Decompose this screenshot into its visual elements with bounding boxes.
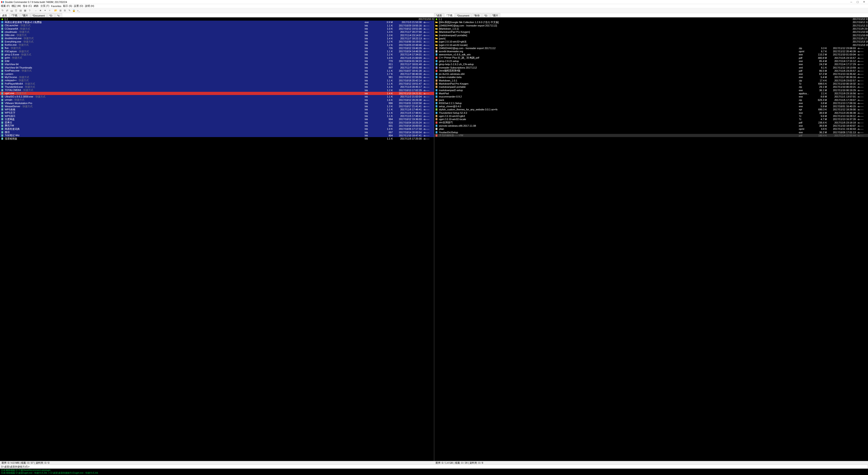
file-row[interactable]: Thunderbird Setup 52.4.0exe38.6 M2017/11… bbox=[434, 111, 868, 115]
file-row[interactable]: [..]2017/11/10 22:13:24d------ bbox=[0, 18, 434, 21]
file-row[interactable]: [uget-2.0.10-win32+gtk3]2017/11/13 16:38… bbox=[434, 40, 868, 43]
view-thumb-icon[interactable]: ▦ bbox=[23, 8, 27, 13]
tab[interactable]: *D: bbox=[482, 13, 490, 17]
file-row[interactable]: IrfanView 64lnk8112017/11/7 18:01:48-a--… bbox=[0, 63, 434, 66]
menu-item[interactable]: 指令 (C) bbox=[23, 4, 32, 8]
file-row[interactable]: [pack]2017/11/5 17:30:10d------ bbox=[434, 37, 868, 40]
menu-item[interactable]: Favorites bbox=[51, 5, 61, 7]
file-row[interactable]: vim实用技巧pdf235.6 K2017/11/5 23:18:18-a---… bbox=[434, 121, 868, 124]
menu-item[interactable]: 檔案 (F) bbox=[1, 4, 10, 8]
folder-open-icon[interactable]: 📂 bbox=[54, 8, 58, 13]
file-row[interactable]: markdownpad2-portablezip29.1 M2017/11/10… bbox=[434, 85, 868, 88]
file-row[interactable]: [MarkdownPad Pro Keygen]2017/11/10 00:21… bbox=[434, 30, 868, 33]
file-row[interactable]: MarkdownPad Pro Keygen7z699.5 K2017/11/1… bbox=[434, 82, 868, 85]
left-file-list[interactable]: [..]2017/11/10 22:13:24d------网易云课堂课程下载器… bbox=[0, 18, 434, 461]
file-row[interactable]: ficefox.exe - 快捷方式lnk1.2 K2017/10/25 22:… bbox=[0, 43, 434, 47]
file-row[interactable]: WPS演示lnk1.1 K2017/11/5 17:48:41-a----- bbox=[0, 115, 434, 118]
menu-item[interactable]: 網路 bbox=[34, 4, 39, 8]
file-row[interactable]: IDMlnk7702017/10/24 01:34:23-a----- bbox=[0, 59, 434, 63]
file-row[interactable]: Java编程思想第4版pdf86.5 M2017/11/5 23:25:57-a… bbox=[434, 69, 868, 72]
help-icon[interactable]: ? bbox=[28, 8, 32, 13]
file-row[interactable]: yilanopml4.8 K2017/11/11 19:30:43-a----- bbox=[434, 127, 868, 130]
file-row[interactable]: jre-8u151-windows-x64exe67.2 M2017/11/13… bbox=[434, 72, 868, 76]
file-row[interactable]: 1945024442@qq.com - Inoreader export 201… bbox=[434, 47, 868, 50]
file-row[interactable]: CCleaner64 - 快捷方式lnk1.0 K2017/10/12 19:5… bbox=[0, 27, 434, 30]
tab[interactable]: *圖片 bbox=[20, 13, 30, 17]
file-row[interactable]: Ditto.exe - 快捷方式lnk1.3 K2017/11/4 23:14:… bbox=[0, 33, 434, 37]
file-row[interactable]: Inoreader Subscriptions 20171112xml8.1 K… bbox=[434, 66, 868, 69]
file-row[interactable]: packzip628.3 M2017/11/5 17:29:07-a----- bbox=[434, 98, 868, 101]
file-row[interactable]: acexbt-bluereader.orgopml6.7 K2017/11/12… bbox=[434, 50, 868, 53]
menu-item[interactable]: 標記 (M) bbox=[11, 4, 21, 8]
file-row[interactable]: IrfanView 64 Thumbnailslnk8972017/11/7 1… bbox=[0, 66, 434, 69]
file-row[interactable]: markdownpad2-setupexe36.1 M2017/11/10 00… bbox=[434, 89, 868, 92]
file-row[interactable]: WeaselServer - 快捷方式lnk1.3 K2017/10/17 21… bbox=[0, 105, 434, 108]
view-list-icon[interactable]: ☰ bbox=[14, 8, 18, 13]
tab[interactable]: *下载 bbox=[9, 13, 20, 17]
file-row[interactable]: mucommander-0.9.2exe8.6 M2017/11/1 13:57… bbox=[434, 95, 868, 98]
file-row[interactable]: VMware Workstation Prolnk9962017/10/31 1… bbox=[0, 101, 434, 105]
file-row[interactable]: stylish_custom_themes_for_any_website-3.… bbox=[434, 108, 868, 111]
file-row[interactable]: C++ Primer Plus 衍_調_ 消 构調_pdfpdf300.8 M2… bbox=[434, 56, 868, 59]
file-row[interactable]: gimp-2.8.22-setupexe85.4 M2017/11/4 17:1… bbox=[434, 59, 868, 63]
terminal-icon[interactable]: >_ bbox=[76, 8, 81, 13]
menu-item[interactable]: 分頁 (T) bbox=[40, 4, 49, 8]
minimize-button[interactable]: ─ bbox=[848, 0, 855, 4]
file-row[interactable]: MyChrome - 快捷方式lnk9812017/10/12 22:55:55… bbox=[0, 76, 434, 79]
refresh-icon[interactable]: ↻ bbox=[0, 8, 4, 13]
file-row[interactable]: YoudaoDictSetupexe36.2 M2017/10/26 17:01… bbox=[434, 130, 868, 134]
tab[interactable]: *Document bbox=[455, 13, 471, 17]
file-row[interactable]: Markdown_1.0.1zip17.4 K2017/11/9 23:02:5… bbox=[434, 79, 868, 82]
file-row[interactable]: lantern-installer-betaexe5.4 M2017/11/7 … bbox=[434, 76, 868, 79]
file-row[interactable]: Lanternlnk1.7 K2017/11/7 00:40:30-a----- bbox=[0, 72, 434, 76]
tab[interactable]: *下载 bbox=[444, 13, 454, 17]
file-row[interactable]: 百度网盘lnk9942017/10/12 19:36:03-a----- bbox=[0, 118, 434, 121]
file-row[interactable]: FSCapture - 快捷方式lnk1.1 K2017/10/24 14:48… bbox=[0, 50, 434, 53]
file-row[interactable]: 微信lnk8972017/10/14 20:00:54-a----- bbox=[0, 130, 434, 134]
right-file-list[interactable]: [..]2017/11/12 23:08:34dr------[[Win系统]G… bbox=[434, 18, 868, 461]
tab[interactable]: *D: bbox=[47, 13, 55, 17]
file-row[interactable]: gimp-2.8.exe - 快捷方式lnk1.2 K2017/11/4 17:… bbox=[0, 53, 434, 56]
tab[interactable]: *c: bbox=[55, 13, 62, 17]
file-row[interactable]: wiznote-windows-x86-2017-11-08exe38.6 M2… bbox=[434, 124, 868, 127]
close-button[interactable]: ✕ bbox=[861, 0, 867, 4]
sync-icon[interactable]: ⇄ bbox=[5, 8, 9, 13]
file-row[interactable]: PotPlayerMini64 - 快捷方式lnk1.1 K2017/10/12… bbox=[0, 82, 434, 85]
view-details-icon[interactable]: ▤ bbox=[19, 8, 23, 13]
tab[interactable]: 桌面 bbox=[0, 13, 9, 17]
file-row[interactable]: doublecmd.exe - 快捷方式lnk1.4 K2017/11/7 18… bbox=[0, 37, 434, 40]
file-row[interactable]: [Markdown_1.0.1]2017/11/9 23:05:26d-----… bbox=[434, 27, 868, 30]
file-row[interactable]: TOTALCMD64 - 快捷方式lnk1.2 K2017/10/13 17:0… bbox=[0, 89, 434, 92]
file-row[interactable]: 网易有道词典lnk1.0 K2017/10/26 17:17:33-a----- bbox=[0, 127, 434, 130]
file-row[interactable]: gvim - 快捷方式lnk1.0 K2017/11/5 21:00:09-a-… bbox=[0, 56, 434, 59]
tab[interactable]: *桌面 bbox=[434, 13, 444, 17]
tree-icon[interactable]: ⊞ bbox=[58, 8, 62, 13]
file-row[interactable]: notepad++ - 快捷方式lnk1.1 K2017/10/18 20:42… bbox=[0, 79, 434, 82]
file-row[interactable]: flux - 快捷方式lnk7352017/10/12 19:40:29-a--… bbox=[0, 47, 434, 50]
file-row[interactable]: cloudmusic - 快捷方式lnk1.3 K2017/11/7 20:27… bbox=[0, 30, 434, 33]
file-row[interactable]: MarkPadapplica...2.1 K2017/11/9 23:16:56… bbox=[434, 92, 868, 95]
disk-icon[interactable]: 🖴 bbox=[9, 8, 13, 13]
menu-item[interactable]: 設置 (O) bbox=[74, 4, 83, 8]
file-row[interactable]: gimp-help-2-2.8.2-zh_CN-setupexe24.2 M20… bbox=[434, 63, 868, 66]
command-line[interactable]: D:\桌面\桌面快捷链方式\> bbox=[0, 465, 868, 469]
file-row[interactable]: awesomium_v1.6.6_sdk_winexe110.2 M2017/1… bbox=[434, 53, 868, 56]
file-row[interactable]: 网易云课堂课程下载器v2.2免费版exe3.9 M2017/1/3 21:53:… bbox=[0, 21, 434, 24]
tab[interactable]: *圖片 bbox=[490, 13, 500, 17]
file-row[interactable]: [markdownpad2-portable]2017/11/10 00:45:… bbox=[434, 33, 868, 37]
star-add-icon[interactable]: ✦ bbox=[43, 8, 47, 13]
lock-icon[interactable]: 🔒 bbox=[72, 8, 76, 13]
file-row[interactable]: Thunderbird.exe - 快捷方式lnk1.1 K2017/11/3 … bbox=[0, 85, 434, 88]
maximize-button[interactable]: ▢ bbox=[855, 0, 861, 4]
star-icon[interactable]: ★ bbox=[38, 8, 42, 13]
file-row[interactable]: UltraISO.v.9.6.2.3059.exe - 快捷方式lnk1.1 K… bbox=[0, 95, 434, 98]
file-row[interactable]: WPS文字lnk1.1 K2017/11/5 17:48:41-a----- bbox=[0, 111, 434, 115]
file-row[interactable]: WPS表格lnk1.1 K2017/11/5 17:48:41-a----- bbox=[0, 108, 434, 111]
tab[interactable]: *Document bbox=[31, 13, 47, 17]
file-row[interactable]: uget.exe - 快捷方式lnk1.4 K2017/11/13 19:21:… bbox=[0, 92, 434, 95]
file-row[interactable]: 腾讯TIMlnk9312017/10/14 20:00:54-a----- bbox=[0, 124, 434, 127]
file-row[interactable]: 为知笔记 Wizlnk8042017/11/10 18:47:41-a----- bbox=[0, 134, 434, 137]
file-row[interactable]: [..]2017/11/12 23:08:34dr------ bbox=[434, 18, 868, 21]
file-row[interactable]: urmain - 快捷方式lnk1.6 K2017/10/12 20:26:38… bbox=[0, 98, 434, 101]
file-row[interactable]: KeePass.exe - 快捷方式lnk1.1 K2017/10/27 18:… bbox=[0, 69, 434, 72]
